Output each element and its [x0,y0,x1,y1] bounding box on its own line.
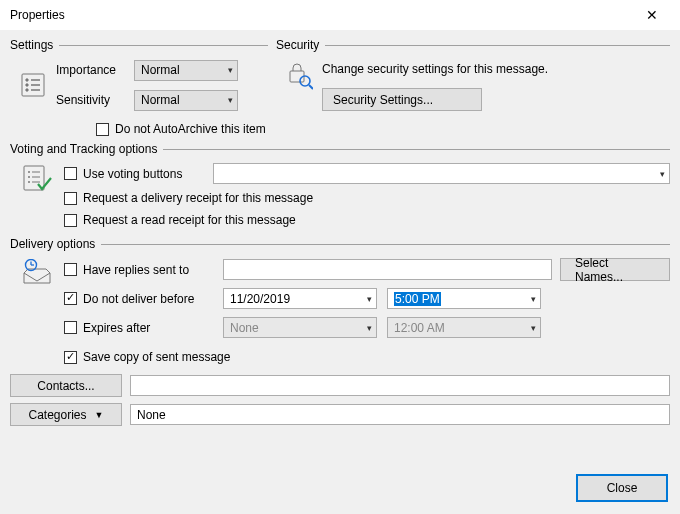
svg-point-13 [28,176,30,178]
deliver-before-date-dropdown[interactable]: 11/20/2019 ▾ [223,288,377,309]
have-replies-label: Have replies sent to [83,263,223,277]
categories-label: Categories [29,408,87,422]
chevron-down-icon: ▾ [660,169,665,179]
have-replies-input[interactable] [223,259,552,280]
save-copy-label: Save copy of sent message [83,350,230,364]
delivery-receipt-label: Request a delivery receipt for this mess… [83,191,313,205]
importance-dropdown[interactable]: Normal ▾ [134,60,238,81]
expires-time-dropdown[interactable]: 12:00 AM ▾ [387,317,541,338]
window-close-button[interactable]: ✕ [632,0,672,30]
categories-button[interactable]: Categories ▼ [10,403,122,426]
expires-time-value: 12:00 AM [394,321,445,335]
lock-search-icon [285,60,313,90]
read-receipt-checkbox[interactable] [64,214,77,227]
chevron-down-icon: ▾ [531,323,536,333]
delivery-receipt-checkbox[interactable] [64,192,77,205]
properties-icon [20,72,46,98]
deliver-before-label: Do not deliver before [83,292,223,306]
svg-point-5 [26,89,28,91]
sensitivity-value: Normal [141,93,180,107]
categories-input[interactable]: None [130,404,670,425]
select-names-button[interactable]: Select Names... [560,258,670,281]
chevron-down-icon: ▾ [531,294,536,304]
security-settings-button[interactable]: Security Settings... [322,88,482,111]
importance-value: Normal [141,63,180,77]
autoarchive-checkbox[interactable] [96,123,109,136]
voting-icon [22,164,52,194]
svg-point-11 [28,171,30,173]
security-description: Change security settings for this messag… [322,58,670,80]
expires-date-dropdown[interactable]: None ▾ [223,317,377,338]
security-settings-label: Security Settings... [333,93,433,107]
settings-legend: Settings [10,38,53,52]
chevron-down-icon: ▼ [95,410,104,420]
chevron-down-icon: ▾ [228,65,233,75]
svg-point-1 [26,79,28,81]
contacts-button[interactable]: Contacts... [10,374,122,397]
voting-legend: Voting and Tracking options [10,142,157,156]
security-legend: Security [276,38,319,52]
svg-point-8 [300,76,310,86]
voting-buttons-dropdown[interactable]: ▾ [213,163,670,184]
deliver-before-checkbox[interactable] [64,292,77,305]
close-button-label: Close [607,481,638,495]
use-voting-checkbox[interactable] [64,167,77,180]
contacts-input[interactable] [130,375,670,396]
delivery-icon [21,259,53,287]
title-bar: Properties ✕ [0,0,680,30]
deliver-before-time-dropdown[interactable]: 5:00 PM ▾ [387,288,541,309]
have-replies-checkbox[interactable] [64,263,77,276]
close-button[interactable]: Close [576,474,668,502]
select-names-label: Select Names... [575,256,655,284]
chevron-down-icon: ▾ [367,294,372,304]
sensitivity-label: Sensitivity [56,93,134,107]
delivery-legend: Delivery options [10,237,95,251]
deliver-before-date-value: 11/20/2019 [230,292,290,306]
sensitivity-dropdown[interactable]: Normal ▾ [134,90,238,111]
expires-label: Expires after [83,321,223,335]
contacts-label: Contacts... [37,379,94,393]
save-copy-checkbox[interactable] [64,351,77,364]
use-voting-label: Use voting buttons [83,167,213,181]
deliver-before-time-value: 5:00 PM [394,292,441,306]
expires-checkbox[interactable] [64,321,77,334]
chevron-down-icon: ▾ [228,95,233,105]
expires-date-value: None [230,321,259,335]
chevron-down-icon: ▾ [367,323,372,333]
svg-point-15 [28,181,30,183]
autoarchive-label: Do not AutoArchive this item [115,122,266,136]
read-receipt-label: Request a read receipt for this message [83,213,296,227]
close-icon: ✕ [646,7,658,23]
svg-line-9 [309,85,313,89]
window-title: Properties [10,8,632,22]
importance-label: Importance [56,63,134,77]
categories-value: None [137,408,166,422]
svg-point-3 [26,84,28,86]
